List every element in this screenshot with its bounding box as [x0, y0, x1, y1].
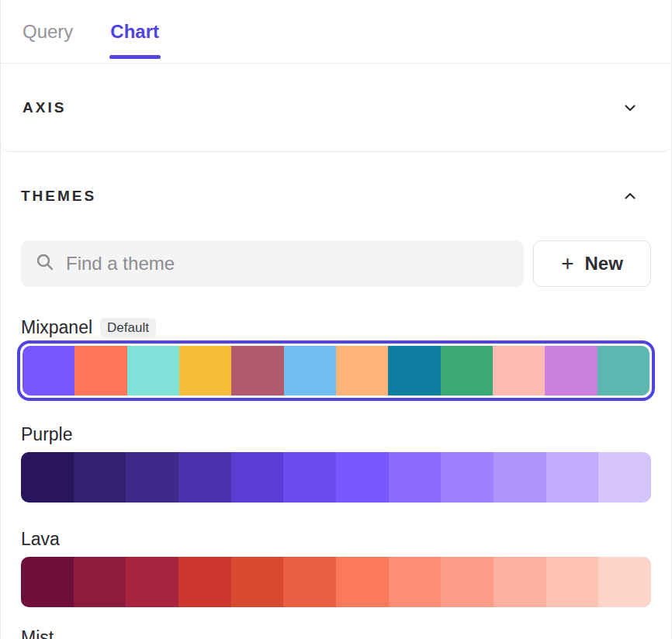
tab-chart-label: Chart — [110, 21, 159, 43]
color-swatch[interactable] — [441, 557, 494, 607]
theme-row: Purple — [21, 423, 651, 503]
color-swatch[interactable] — [231, 557, 284, 607]
chart-settings-panel: Query Chart AXIS THEMES — [0, 0, 672, 639]
color-swatch[interactable] — [231, 346, 283, 395]
color-swatch[interactable] — [127, 346, 179, 395]
color-swatch[interactable] — [336, 346, 388, 395]
color-swatch[interactable] — [546, 557, 599, 607]
theme-label-row: MixpanelDefault — [21, 316, 651, 338]
theme-name: Mist — [21, 627, 54, 639]
color-swatch[interactable] — [23, 346, 74, 395]
tab-chart[interactable]: Chart — [110, 0, 159, 64]
search-icon — [35, 252, 55, 275]
chevron-down-icon[interactable] — [623, 101, 637, 115]
color-swatch[interactable] — [389, 452, 442, 503]
tab-query[interactable]: Query — [23, 0, 73, 64]
theme-label-row: Mist — [21, 627, 651, 639]
color-swatch[interactable] — [21, 452, 74, 503]
theme-name: Purple — [21, 424, 72, 445]
color-swatch[interactable] — [284, 346, 336, 395]
color-swatch[interactable] — [283, 452, 336, 503]
theme-row: Lava — [21, 528, 651, 607]
color-swatch[interactable] — [598, 452, 651, 503]
color-swatch[interactable] — [598, 346, 649, 395]
new-theme-button[interactable]: + New — [533, 240, 651, 287]
color-swatch[interactable] — [493, 346, 545, 395]
theme-swatch-bar[interactable] — [21, 452, 651, 503]
themes-section: THEMES + New Mixp — [1, 154, 671, 639]
color-swatch[interactable] — [441, 452, 494, 503]
chevron-up-icon[interactable] — [623, 189, 637, 203]
active-tab-underline — [109, 55, 161, 59]
color-swatch[interactable] — [389, 557, 442, 607]
theme-row: MixpanelDefault — [21, 316, 651, 401]
theme-search-row: + New — [21, 240, 651, 287]
theme-search-input[interactable] — [66, 253, 510, 275]
color-swatch[interactable] — [126, 557, 178, 607]
theme-label-row: Lava — [21, 528, 651, 550]
color-swatch[interactable] — [178, 557, 231, 607]
color-swatch[interactable] — [546, 452, 599, 503]
theme-default-badge: Default — [100, 318, 156, 337]
color-swatch[interactable] — [494, 557, 546, 607]
color-swatch[interactable] — [74, 346, 126, 395]
color-swatch[interactable] — [178, 452, 231, 503]
themes-section-header[interactable]: THEMES — [21, 188, 651, 205]
color-swatch[interactable] — [283, 557, 336, 607]
color-swatch[interactable] — [388, 346, 440, 395]
theme-swatch-bar[interactable] — [23, 346, 649, 395]
color-swatch[interactable] — [231, 452, 284, 503]
tab-bar: Query Chart — [1, 0, 671, 64]
color-swatch[interactable] — [74, 452, 126, 503]
theme-name: Lava — [21, 529, 60, 550]
selected-theme-ring[interactable] — [17, 340, 655, 401]
new-theme-button-label: New — [585, 253, 623, 275]
themes-list: MixpanelDefaultPurpleLavaMist — [21, 316, 651, 639]
theme-name: Mixpanel — [21, 317, 92, 338]
plus-icon: + — [561, 253, 573, 275]
theme-label-row: Purple — [21, 423, 651, 445]
color-swatch[interactable] — [74, 557, 126, 607]
color-swatch[interactable] — [494, 452, 546, 503]
axis-section-title: AXIS — [23, 99, 66, 116]
color-swatch[interactable] — [336, 557, 389, 607]
tab-query-label: Query — [23, 21, 73, 43]
theme-search-box[interactable] — [21, 240, 524, 287]
themes-section-title: THEMES — [21, 188, 96, 205]
axis-section[interactable]: AXIS — [1, 64, 671, 152]
color-swatch[interactable] — [545, 346, 597, 395]
color-swatch[interactable] — [21, 557, 74, 607]
color-swatch[interactable] — [179, 346, 231, 395]
color-swatch[interactable] — [598, 557, 651, 607]
theme-row: Mist — [21, 627, 651, 639]
color-swatch[interactable] — [336, 452, 389, 503]
color-swatch[interactable] — [126, 452, 178, 503]
color-swatch[interactable] — [441, 346, 493, 395]
theme-swatch-bar[interactable] — [21, 557, 651, 607]
